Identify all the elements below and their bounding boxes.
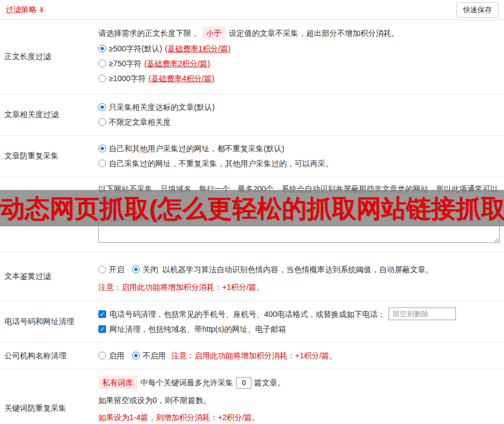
option-fee-note: (基础费率1积分/篇) (165, 43, 230, 55)
option-label: 自己和其他用户采集过的网址，都不重复采集(默认) (109, 142, 284, 155)
option-fee-note: (基础费率2积分/篇) (144, 57, 210, 70)
option-label: 自己采集过的网址，不重复采集，其他用户采集过的，可以再采。 (109, 157, 333, 169)
radio-icon[interactable] (98, 103, 106, 111)
option-label: 只采集相关度达标的文章(默认) (109, 101, 214, 113)
option-fee-note: (基础费率4积分/篇) (149, 72, 214, 84)
row-dedupe-collection: 文章防重复采集 自己和其他用户采集过的网址，都不重复采集(默认) 自己采集过的网… (0, 136, 504, 177)
radio-icon[interactable] (132, 266, 140, 273)
checkbox-phone-cleanup[interactable]: 电话号码清理，包括常见的手机号、座机号、400电话格式，或替换成如下电话： (98, 308, 385, 320)
option-label: 不启用 (143, 349, 166, 362)
replacement-phone-input[interactable] (389, 308, 456, 320)
option-label: ≥500字符(默认) (109, 43, 162, 55)
option-relevance-unlimited[interactable]: 不限定文章相关度 (98, 116, 500, 128)
company-cleanup-label: 公司机构名称清理 (0, 343, 97, 369)
chevron-down-icon: ≫ (39, 7, 45, 13)
option-label: 不限定文章相关度 (109, 116, 171, 128)
radio-icon[interactable] (98, 266, 106, 273)
option-company-cleanup-on[interactable]: 启用 (98, 349, 124, 362)
keyword-line2: 如果留空或设为0，则不限篇数。 (98, 394, 500, 406)
intro-before: 请选择需求的正文长度下限， (98, 27, 199, 39)
option-label: 关闭 (143, 263, 158, 275)
option-porn-filter-off[interactable]: 关闭 (132, 263, 158, 275)
option-dedupe-self-only[interactable]: 自己采集过的网址，不重复采集，其他用户采集过的，可以再采。 (98, 157, 500, 169)
porn-filter-note: 注意：启用此功能将增加积分消耗：+1积分/篇。 (98, 281, 500, 293)
radio-icon[interactable] (98, 160, 106, 167)
keyword-line1-mid: 中每个关键词最多允许采集 (140, 377, 233, 389)
porn-filter-label: 文本鉴黄过滤 (0, 252, 97, 300)
option-min-500-chars[interactable]: ≥500字符(默认) (基础费率1积分/篇) (98, 43, 500, 55)
radio-icon[interactable] (98, 352, 106, 359)
option-porn-filter-on[interactable]: 开启 (98, 263, 124, 275)
watermark-banner: 动态网页抓取(怎么更轻松的抓取网站链接抓取器 (0, 190, 504, 226)
page-title-text: 过滤策略 (6, 5, 36, 15)
option-dedupe-all-users[interactable]: 自己和其他用户采集过的网址，都不重复采集(默认) (98, 142, 500, 155)
body-length-label: 正文长度过滤 (0, 20, 97, 94)
intro-after: 设定值的文章不采集，超出部分不增加积分消耗。 (229, 27, 399, 39)
checkbox-icon[interactable] (98, 325, 106, 333)
row-keyword-dedupe: 关键词防重复采集 私有词库 中每个关键词最多允许采集 篇文章。 如果留空或设为0… (0, 369, 504, 424)
top-toolbar: 过滤策略 ≫ 快速保存 (0, 0, 504, 20)
radio-icon[interactable] (98, 118, 106, 126)
radio-icon[interactable] (98, 45, 106, 52)
checkbox-icon[interactable] (98, 310, 106, 318)
max-articles-input[interactable] (236, 377, 251, 389)
keyword-line3: 如果设为1-4篇，则增加积分消耗：+2积分/篇。 (98, 411, 500, 423)
keyword-dedupe-label: 关键词防重复采集 (0, 369, 97, 424)
phone-cleanup-label: 电话号码和网址清理 (0, 301, 97, 342)
row-phone-url-cleanup: 电话号码和网址清理 电话号码清理，包括常见的手机号、座机号、400电话格式，或替… (0, 301, 504, 343)
radio-icon[interactable] (98, 145, 106, 152)
option-min-750-chars[interactable]: ≥750字符 (基础费率2积分/篇) (98, 57, 500, 70)
relevance-label: 文章相关度过滤 (0, 94, 97, 135)
row-body-length-filter: 正文长度过滤 请选择需求的正文长度下限， 小于 设定值的文章不采集，超出部分不增… (0, 20, 504, 94)
quick-save-button[interactable]: 快速保存 (456, 2, 498, 18)
keyword-line1-end: 篇文章。 (254, 377, 285, 389)
option-label: 开启 (109, 263, 124, 275)
private-lexicon-badge: 私有词库 (98, 376, 137, 389)
porn-filter-desc: 以机器学习算法自动识别色情内容，当色情概率达到系统阈值，自动屏蔽文章。 (162, 263, 433, 275)
checkbox-url-cleanup[interactable]: 网址清理，包括纯域名、带http(s)的网址、电子邮箱 (98, 323, 286, 335)
radio-icon[interactable] (98, 75, 106, 82)
option-relevance-required[interactable]: 只采集相关度达标的文章(默认) (98, 101, 500, 113)
option-min-1000-chars[interactable]: ≥1000字符 (基础费率4积分/篇) (98, 72, 500, 84)
checkbox-label: 网址清理，包括纯域名、带http(s)的网址、电子邮箱 (109, 323, 286, 335)
row-company-cleanup: 公司机构名称清理 启用 不启用 注意：启用此功能将增加积分消耗：+1积分/篇。 (0, 343, 504, 369)
body-length-intro: 请选择需求的正文长度下限， 小于 设定值的文章不采集，超出部分不增加积分消耗。 (98, 26, 500, 40)
page-title: 过滤策略 ≫ (6, 5, 45, 15)
radio-icon[interactable] (132, 352, 140, 359)
row-porn-filter: 文本鉴黄过滤 开启 关闭 以机器学习算法自动识别色情内容，当色情概率达到系统阈值… (0, 252, 504, 301)
row-relevance-filter: 文章相关度过滤 只采集相关度达标的文章(默认) 不限定文章相关度 (0, 94, 504, 136)
watermark-text: 动态网页抓取(怎么更轻松的抓取网站链接抓取器 (0, 196, 504, 221)
option-company-cleanup-off[interactable]: 不启用 (132, 349, 166, 362)
option-label: ≥750字符 (109, 57, 141, 70)
intro-highlight-less-than: 小于 (202, 26, 225, 40)
dedupe-label: 文章防重复采集 (0, 136, 97, 177)
radio-icon[interactable] (98, 60, 106, 67)
option-label: ≥1000字符 (109, 72, 146, 84)
company-cleanup-note: 注意：启用此功能将增加积分消耗：+1积分/篇。 (171, 349, 337, 362)
checkbox-label: 电话号码清理，包括常见的手机号、座机号、400电话格式，或替换成如下电话： (109, 308, 385, 320)
option-label: 启用 (109, 349, 124, 362)
